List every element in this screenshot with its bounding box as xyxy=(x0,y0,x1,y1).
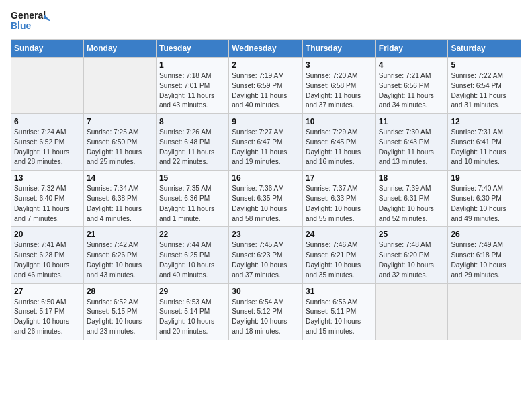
calendar-cell: 29Sunrise: 6:53 AM Sunset: 5:14 PM Dayli… xyxy=(156,283,228,340)
weekday-header-thursday: Thursday xyxy=(303,40,376,58)
day-number: 5 xyxy=(451,60,518,70)
calendar-cell: 22Sunrise: 7:44 AM Sunset: 6:25 PM Dayli… xyxy=(156,227,228,283)
day-info: Sunrise: 7:18 AM Sunset: 7:01 PM Dayligh… xyxy=(159,71,226,111)
calendar-cell: 12Sunrise: 7:31 AM Sunset: 6:41 PM Dayli… xyxy=(448,114,521,171)
day-info: Sunrise: 6:53 AM Sunset: 5:14 PM Dayligh… xyxy=(159,298,226,337)
day-number: 22 xyxy=(159,230,226,239)
day-number: 16 xyxy=(232,173,300,183)
calendar-cell: 5Sunrise: 7:22 AM Sunset: 6:54 PM Daylig… xyxy=(448,58,521,114)
day-info: Sunrise: 7:27 AM Sunset: 6:47 PM Dayligh… xyxy=(232,128,300,167)
day-number: 31 xyxy=(306,287,373,296)
day-info: Sunrise: 7:20 AM Sunset: 6:58 PM Dayligh… xyxy=(306,71,373,111)
calendar-cell: 20Sunrise: 7:41 AM Sunset: 6:28 PM Dayli… xyxy=(11,227,84,283)
calendar-cell: 7Sunrise: 7:25 AM Sunset: 6:50 PM Daylig… xyxy=(83,114,156,171)
calendar-cell: 14Sunrise: 7:34 AM Sunset: 6:38 PM Dayli… xyxy=(83,171,156,227)
calendar-cell: 6Sunrise: 7:24 AM Sunset: 6:52 PM Daylig… xyxy=(11,114,84,171)
day-number: 28 xyxy=(87,287,153,296)
calendar-cell xyxy=(11,58,84,114)
calendar-cell: 30Sunrise: 6:54 AM Sunset: 5:12 PM Dayli… xyxy=(229,283,303,340)
day-info: Sunrise: 7:30 AM Sunset: 6:43 PM Dayligh… xyxy=(379,128,445,167)
day-info: Sunrise: 7:34 AM Sunset: 6:38 PM Dayligh… xyxy=(87,184,153,224)
calendar-cell xyxy=(448,283,521,340)
day-number: 17 xyxy=(306,173,373,183)
day-info: Sunrise: 7:46 AM Sunset: 6:21 PM Dayligh… xyxy=(306,240,373,280)
day-number: 26 xyxy=(451,230,518,239)
day-info: Sunrise: 7:24 AM Sunset: 6:52 PM Dayligh… xyxy=(14,128,81,167)
svg-text:Blue: Blue xyxy=(11,20,32,31)
calendar-cell: 31Sunrise: 6:56 AM Sunset: 5:11 PM Dayli… xyxy=(303,283,376,340)
day-number: 10 xyxy=(306,117,373,126)
calendar-cell: 24Sunrise: 7:46 AM Sunset: 6:21 PM Dayli… xyxy=(303,227,376,283)
day-info: Sunrise: 7:48 AM Sunset: 6:20 PM Dayligh… xyxy=(379,240,445,280)
day-number: 27 xyxy=(14,287,81,296)
calendar-cell: 27Sunrise: 6:50 AM Sunset: 5:17 PM Dayli… xyxy=(11,283,84,340)
day-number: 7 xyxy=(87,117,153,126)
day-info: Sunrise: 7:22 AM Sunset: 6:54 PM Dayligh… xyxy=(451,71,518,111)
calendar-cell: 18Sunrise: 7:39 AM Sunset: 6:31 PM Dayli… xyxy=(375,171,448,227)
day-info: Sunrise: 7:44 AM Sunset: 6:25 PM Dayligh… xyxy=(159,240,226,280)
day-info: Sunrise: 7:45 AM Sunset: 6:23 PM Dayligh… xyxy=(232,240,300,280)
logo-svg: GeneralBlue xyxy=(11,8,51,32)
day-info: Sunrise: 6:56 AM Sunset: 5:11 PM Dayligh… xyxy=(306,298,373,337)
calendar-cell: 23Sunrise: 7:45 AM Sunset: 6:23 PM Dayli… xyxy=(229,227,303,283)
day-info: Sunrise: 7:21 AM Sunset: 6:56 PM Dayligh… xyxy=(379,71,445,111)
calendar-cell: 9Sunrise: 7:27 AM Sunset: 6:47 PM Daylig… xyxy=(229,114,303,171)
day-info: Sunrise: 7:40 AM Sunset: 6:30 PM Dayligh… xyxy=(451,184,518,224)
day-number: 14 xyxy=(87,173,153,183)
day-info: Sunrise: 7:31 AM Sunset: 6:41 PM Dayligh… xyxy=(451,128,518,167)
day-info: Sunrise: 7:19 AM Sunset: 6:59 PM Dayligh… xyxy=(232,71,300,111)
day-number: 25 xyxy=(379,230,445,239)
day-number: 8 xyxy=(159,117,226,126)
day-number: 19 xyxy=(451,173,518,183)
day-info: Sunrise: 7:42 AM Sunset: 6:26 PM Dayligh… xyxy=(87,240,153,280)
day-info: Sunrise: 7:29 AM Sunset: 6:45 PM Dayligh… xyxy=(306,128,373,167)
day-number: 12 xyxy=(451,117,518,126)
weekday-header-friday: Friday xyxy=(375,40,448,58)
calendar-cell: 3Sunrise: 7:20 AM Sunset: 6:58 PM Daylig… xyxy=(303,58,376,114)
day-info: Sunrise: 6:54 AM Sunset: 5:12 PM Dayligh… xyxy=(232,298,300,337)
weekday-header-wednesday: Wednesday xyxy=(229,40,303,58)
day-info: Sunrise: 7:49 AM Sunset: 6:18 PM Dayligh… xyxy=(451,240,518,280)
calendar-cell: 26Sunrise: 7:49 AM Sunset: 6:18 PM Dayli… xyxy=(448,227,521,283)
calendar-cell xyxy=(375,283,448,340)
calendar-cell: 21Sunrise: 7:42 AM Sunset: 6:26 PM Dayli… xyxy=(83,227,156,283)
day-number: 24 xyxy=(306,230,373,239)
weekday-header-tuesday: Tuesday xyxy=(156,40,228,58)
weekday-header-sunday: Sunday xyxy=(11,40,84,58)
svg-text:General: General xyxy=(11,10,46,21)
day-info: Sunrise: 7:35 AM Sunset: 6:36 PM Dayligh… xyxy=(159,184,226,224)
calendar-cell: 13Sunrise: 7:32 AM Sunset: 6:40 PM Dayli… xyxy=(11,171,84,227)
day-number: 29 xyxy=(159,287,226,296)
day-number: 30 xyxy=(232,287,300,296)
day-number: 15 xyxy=(159,173,226,183)
page-container: GeneralBlue SundayMondayTuesdayWednesday… xyxy=(0,0,532,346)
day-info: Sunrise: 7:41 AM Sunset: 6:28 PM Dayligh… xyxy=(14,240,81,280)
day-info: Sunrise: 7:25 AM Sunset: 6:50 PM Dayligh… xyxy=(87,128,153,167)
header: GeneralBlue xyxy=(11,8,521,32)
day-number: 21 xyxy=(87,230,153,239)
weekday-header-saturday: Saturday xyxy=(448,40,521,58)
calendar-table: SundayMondayTuesdayWednesdayThursdayFrid… xyxy=(11,39,521,340)
calendar-cell xyxy=(83,58,156,114)
day-number: 6 xyxy=(14,117,81,126)
calendar-cell: 10Sunrise: 7:29 AM Sunset: 6:45 PM Dayli… xyxy=(303,114,376,171)
day-info: Sunrise: 7:26 AM Sunset: 6:48 PM Dayligh… xyxy=(159,128,226,167)
calendar-cell: 25Sunrise: 7:48 AM Sunset: 6:20 PM Dayli… xyxy=(375,227,448,283)
day-info: Sunrise: 7:32 AM Sunset: 6:40 PM Dayligh… xyxy=(14,184,81,224)
logo: GeneralBlue xyxy=(11,8,51,32)
calendar-cell: 16Sunrise: 7:36 AM Sunset: 6:35 PM Dayli… xyxy=(229,171,303,227)
day-info: Sunrise: 6:52 AM Sunset: 5:15 PM Dayligh… xyxy=(87,298,153,337)
day-info: Sunrise: 6:50 AM Sunset: 5:17 PM Dayligh… xyxy=(14,298,81,337)
day-number: 4 xyxy=(379,60,445,70)
day-number: 2 xyxy=(232,60,300,70)
day-number: 20 xyxy=(14,230,81,239)
calendar-cell: 1Sunrise: 7:18 AM Sunset: 7:01 PM Daylig… xyxy=(156,58,228,114)
calendar-cell: 2Sunrise: 7:19 AM Sunset: 6:59 PM Daylig… xyxy=(229,58,303,114)
calendar-cell: 8Sunrise: 7:26 AM Sunset: 6:48 PM Daylig… xyxy=(156,114,228,171)
day-number: 9 xyxy=(232,117,300,126)
day-info: Sunrise: 7:39 AM Sunset: 6:31 PM Dayligh… xyxy=(379,184,445,224)
calendar-cell: 4Sunrise: 7:21 AM Sunset: 6:56 PM Daylig… xyxy=(375,58,448,114)
day-info: Sunrise: 7:36 AM Sunset: 6:35 PM Dayligh… xyxy=(232,184,300,224)
calendar-cell: 28Sunrise: 6:52 AM Sunset: 5:15 PM Dayli… xyxy=(83,283,156,340)
day-number: 1 xyxy=(159,60,226,70)
